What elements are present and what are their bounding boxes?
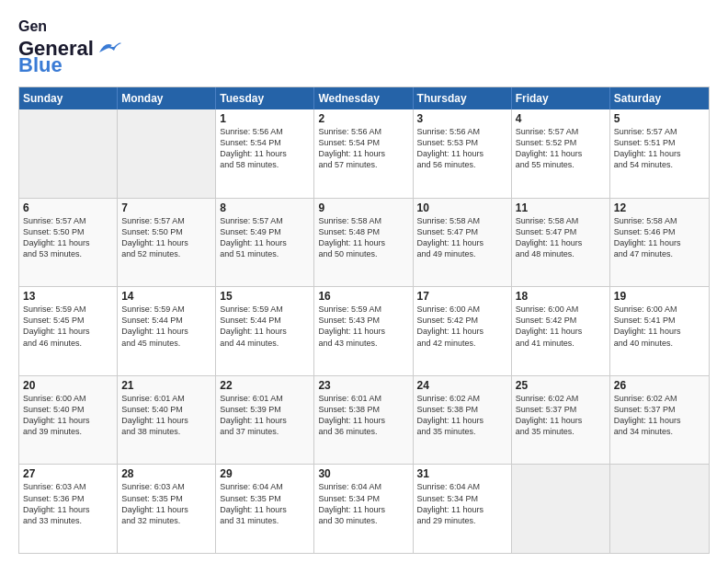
- day-info: Sunrise: 6:01 AM Sunset: 5:38 PM Dayligh…: [318, 393, 408, 438]
- day-info: Sunrise: 5:58 AM Sunset: 5:48 PM Dayligh…: [318, 215, 408, 260]
- calendar-row-2: 13Sunrise: 5:59 AM Sunset: 5:45 PM Dayli…: [19, 286, 709, 375]
- day-cell-30: 30Sunrise: 6:04 AM Sunset: 5:34 PM Dayli…: [314, 465, 413, 553]
- day-number: 21: [121, 379, 211, 392]
- day-cell-20: 20Sunrise: 6:00 AM Sunset: 5:40 PM Dayli…: [19, 376, 118, 465]
- day-number: 14: [121, 290, 211, 303]
- day-number: 9: [318, 201, 408, 214]
- day-cell-6: 6Sunrise: 5:57 AM Sunset: 5:50 PM Daylig…: [19, 199, 118, 287]
- day-info: Sunrise: 5:57 AM Sunset: 5:51 PM Dayligh…: [614, 126, 705, 171]
- day-info: Sunrise: 5:57 AM Sunset: 5:52 PM Dayligh…: [516, 126, 606, 171]
- day-number: 5: [614, 112, 705, 125]
- day-cell-15: 15Sunrise: 5:59 AM Sunset: 5:44 PM Dayli…: [216, 287, 314, 375]
- day-number: 7: [121, 201, 211, 214]
- empty-cell-0-0: [19, 109, 118, 198]
- calendar-row-3: 20Sunrise: 6:00 AM Sunset: 5:40 PM Dayli…: [19, 375, 709, 465]
- day-cell-3: 3Sunrise: 5:56 AM Sunset: 5:53 PM Daylig…: [414, 109, 512, 198]
- day-number: 2: [318, 112, 408, 125]
- day-info: Sunrise: 5:58 AM Sunset: 5:47 PM Dayligh…: [417, 215, 507, 260]
- empty-cell-4-6: [610, 465, 709, 553]
- day-info: Sunrise: 6:04 AM Sunset: 5:34 PM Dayligh…: [417, 481, 507, 526]
- day-cell-9: 9Sunrise: 5:58 AM Sunset: 5:48 PM Daylig…: [314, 199, 413, 287]
- day-cell-10: 10Sunrise: 5:58 AM Sunset: 5:47 PM Dayli…: [414, 199, 512, 287]
- day-info: Sunrise: 5:59 AM Sunset: 5:44 PM Dayligh…: [220, 304, 310, 349]
- weekday-header-tuesday: Tuesday: [216, 87, 314, 109]
- day-number: 20: [23, 379, 113, 392]
- day-cell-21: 21Sunrise: 6:01 AM Sunset: 5:40 PM Dayli…: [118, 376, 216, 465]
- day-number: 1: [220, 112, 310, 125]
- day-info: Sunrise: 5:57 AM Sunset: 5:50 PM Dayligh…: [121, 215, 211, 260]
- day-cell-4: 4Sunrise: 5:57 AM Sunset: 5:52 PM Daylig…: [512, 109, 610, 198]
- day-info: Sunrise: 5:56 AM Sunset: 5:54 PM Dayligh…: [220, 126, 310, 171]
- day-cell-22: 22Sunrise: 6:01 AM Sunset: 5:39 PM Dayli…: [216, 376, 314, 465]
- day-number: 28: [121, 467, 211, 480]
- day-number: 12: [614, 201, 705, 214]
- day-number: 29: [220, 467, 310, 480]
- day-number: 18: [516, 290, 606, 303]
- logo: General General Blue: [18, 17, 121, 77]
- day-info: Sunrise: 6:01 AM Sunset: 5:40 PM Dayligh…: [121, 393, 211, 438]
- day-cell-2: 2Sunrise: 5:56 AM Sunset: 5:54 PM Daylig…: [314, 109, 413, 198]
- calendar-row-0: 1Sunrise: 5:56 AM Sunset: 5:54 PM Daylig…: [19, 109, 709, 198]
- bird-icon: [96, 40, 121, 58]
- svg-text:General: General: [18, 18, 46, 34]
- calendar-header: SundayMondayTuesdayWednesdayThursdayFrid…: [19, 87, 709, 109]
- day-info: Sunrise: 6:00 AM Sunset: 5:40 PM Dayligh…: [23, 393, 113, 438]
- day-cell-7: 7Sunrise: 5:57 AM Sunset: 5:50 PM Daylig…: [118, 199, 216, 287]
- day-info: Sunrise: 6:02 AM Sunset: 5:37 PM Dayligh…: [614, 393, 705, 438]
- weekday-header-saturday: Saturday: [610, 87, 709, 109]
- empty-cell-0-1: [118, 109, 216, 198]
- day-cell-29: 29Sunrise: 6:04 AM Sunset: 5:35 PM Dayli…: [216, 465, 314, 553]
- day-number: 26: [614, 379, 705, 392]
- header: General General Blue: [18, 17, 710, 77]
- weekday-header-friday: Friday: [512, 87, 610, 109]
- day-number: 24: [417, 379, 507, 392]
- day-cell-26: 26Sunrise: 6:02 AM Sunset: 5:37 PM Dayli…: [610, 376, 709, 465]
- calendar-row-4: 27Sunrise: 6:03 AM Sunset: 5:36 PM Dayli…: [19, 464, 709, 553]
- day-info: Sunrise: 6:03 AM Sunset: 5:35 PM Dayligh…: [121, 481, 211, 526]
- day-info: Sunrise: 6:03 AM Sunset: 5:36 PM Dayligh…: [23, 481, 113, 526]
- day-info: Sunrise: 6:00 AM Sunset: 5:41 PM Dayligh…: [614, 304, 705, 349]
- day-number: 11: [516, 201, 606, 214]
- day-number: 6: [23, 201, 113, 214]
- logo-blue: Blue: [18, 53, 63, 77]
- calendar-row-1: 6Sunrise: 5:57 AM Sunset: 5:50 PM Daylig…: [19, 198, 709, 287]
- day-info: Sunrise: 5:57 AM Sunset: 5:50 PM Dayligh…: [23, 215, 113, 260]
- day-info: Sunrise: 5:59 AM Sunset: 5:43 PM Dayligh…: [318, 304, 408, 349]
- day-cell-28: 28Sunrise: 6:03 AM Sunset: 5:35 PM Dayli…: [118, 465, 216, 553]
- calendar: SundayMondayTuesdayWednesdayThursdayFrid…: [18, 86, 710, 554]
- day-cell-13: 13Sunrise: 5:59 AM Sunset: 5:45 PM Dayli…: [19, 287, 118, 375]
- day-cell-5: 5Sunrise: 5:57 AM Sunset: 5:51 PM Daylig…: [610, 109, 709, 198]
- day-number: 10: [417, 201, 507, 214]
- day-cell-12: 12Sunrise: 5:58 AM Sunset: 5:46 PM Dayli…: [610, 199, 709, 287]
- day-info: Sunrise: 6:01 AM Sunset: 5:39 PM Dayligh…: [220, 393, 310, 438]
- day-number: 23: [318, 379, 408, 392]
- day-info: Sunrise: 6:00 AM Sunset: 5:42 PM Dayligh…: [516, 304, 606, 349]
- day-cell-19: 19Sunrise: 6:00 AM Sunset: 5:41 PM Dayli…: [610, 287, 709, 375]
- day-info: Sunrise: 6:04 AM Sunset: 5:35 PM Dayligh…: [220, 481, 310, 526]
- day-number: 13: [23, 290, 113, 303]
- day-number: 19: [614, 290, 705, 303]
- day-cell-18: 18Sunrise: 6:00 AM Sunset: 5:42 PM Dayli…: [512, 287, 610, 375]
- day-info: Sunrise: 6:02 AM Sunset: 5:38 PM Dayligh…: [417, 393, 507, 438]
- day-info: Sunrise: 6:04 AM Sunset: 5:34 PM Dayligh…: [318, 481, 408, 526]
- calendar-body: 1Sunrise: 5:56 AM Sunset: 5:54 PM Daylig…: [19, 109, 709, 553]
- day-info: Sunrise: 6:00 AM Sunset: 5:42 PM Dayligh…: [417, 304, 507, 349]
- weekday-header-monday: Monday: [118, 87, 216, 109]
- day-number: 4: [516, 112, 606, 125]
- day-cell-31: 31Sunrise: 6:04 AM Sunset: 5:34 PM Dayli…: [414, 465, 512, 553]
- weekday-header-wednesday: Wednesday: [314, 87, 413, 109]
- day-number: 3: [417, 112, 507, 125]
- day-number: 27: [23, 467, 113, 480]
- day-number: 25: [516, 379, 606, 392]
- day-cell-24: 24Sunrise: 6:02 AM Sunset: 5:38 PM Dayli…: [414, 376, 512, 465]
- day-number: 16: [318, 290, 408, 303]
- page: General General Blue SundayMondayTuesday…: [0, 0, 728, 563]
- day-cell-17: 17Sunrise: 6:00 AM Sunset: 5:42 PM Dayli…: [414, 287, 512, 375]
- day-info: Sunrise: 6:02 AM Sunset: 5:37 PM Dayligh…: [516, 393, 606, 438]
- day-cell-16: 16Sunrise: 5:59 AM Sunset: 5:43 PM Dayli…: [314, 287, 413, 375]
- day-number: 8: [220, 201, 310, 214]
- day-info: Sunrise: 5:56 AM Sunset: 5:54 PM Dayligh…: [318, 126, 408, 171]
- day-info: Sunrise: 5:59 AM Sunset: 5:44 PM Dayligh…: [121, 304, 211, 349]
- day-cell-8: 8Sunrise: 5:57 AM Sunset: 5:49 PM Daylig…: [216, 199, 314, 287]
- day-number: 31: [417, 467, 507, 480]
